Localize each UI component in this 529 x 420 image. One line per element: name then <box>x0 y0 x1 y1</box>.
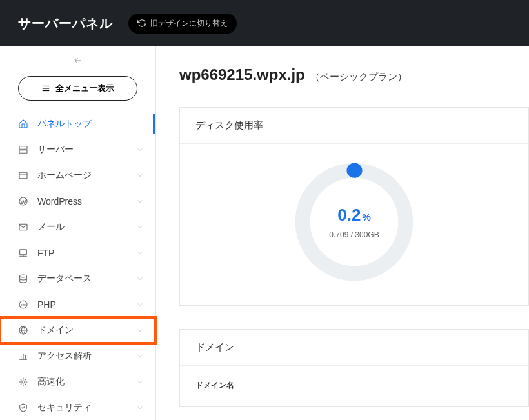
chart-icon <box>18 351 28 361</box>
domain-name: wp669215.wpx.jp <box>179 66 305 84</box>
sidebar: 全メニュー表示 パネルトップサーバーホームページWordPressメールFTPデ… <box>0 46 156 420</box>
mail-icon <box>18 222 28 232</box>
domain-card-title: ドメイン <box>180 330 528 366</box>
back-arrow-button[interactable] <box>0 46 155 72</box>
chevron-down-icon <box>136 146 144 154</box>
globe-icon <box>18 325 28 335</box>
php-icon: php <box>18 299 28 310</box>
sidebar-item-label: パネルトップ <box>37 118 144 130</box>
window-icon <box>18 170 28 181</box>
chevron-down-icon <box>136 275 144 283</box>
menu-icon <box>41 84 50 93</box>
shield-icon <box>18 403 28 413</box>
disk-usage-chart: 0.2 % 0.709 / 300GB <box>286 154 422 290</box>
server-icon <box>18 145 28 155</box>
disk-usage-detail: 0.709 / 300GB <box>329 230 379 239</box>
svg-rect-11 <box>20 250 27 255</box>
sidebar-item-server[interactable]: サーバー <box>0 137 155 163</box>
sidebar-item-label: アクセス解析 <box>37 350 136 362</box>
chevron-down-icon <box>136 378 144 386</box>
theme-toggle-button[interactable]: 旧デザインに切り替え <box>128 14 237 34</box>
all-menu-label: 全メニュー表示 <box>55 83 114 94</box>
sidebar-item-mail[interactable]: メール <box>0 214 155 240</box>
arrow-left-icon <box>73 55 83 66</box>
ftp-icon <box>18 248 28 258</box>
db-icon <box>18 274 28 284</box>
chevron-down-icon <box>136 249 144 257</box>
sidebar-item-speed[interactable]: 高速化 <box>0 369 155 395</box>
chevron-down-icon <box>136 223 144 231</box>
disk-usage-percent: 0.2 % <box>337 205 371 225</box>
chevron-down-icon <box>136 352 144 360</box>
svg-rect-7 <box>19 172 27 178</box>
chevron-down-icon <box>136 404 144 412</box>
disk-usage-card: ディスク使用率 0.2 % 0.709 / 300GB <box>179 107 529 306</box>
sidebar-item-db[interactable]: データベース <box>0 266 155 292</box>
sidebar-item-label: データベース <box>37 273 136 285</box>
disk-usage-title: ディスク使用率 <box>180 108 528 144</box>
sidebar-item-chart[interactable]: アクセス解析 <box>0 343 155 369</box>
sidebar-item-label: サーバー <box>37 144 136 155</box>
sidebar-menu: パネルトップサーバーホームページWordPressメールFTPデータベースphp… <box>0 111 155 420</box>
page-title: wp669215.wpx.jp （ベーシックプラン） <box>179 66 529 84</box>
app-title: サーバーパネル <box>18 15 113 32</box>
svg-point-14 <box>20 275 27 277</box>
home-icon <box>18 119 28 129</box>
main-content: wp669215.wpx.jp （ベーシックプラン） ディスク使用率 0.2 % <box>156 46 529 420</box>
sidebar-item-label: ドメイン <box>37 325 136 336</box>
all-menu-button[interactable]: 全メニュー表示 <box>18 76 137 101</box>
sidebar-item-label: FTP <box>37 248 136 258</box>
sidebar-item-label: セキュリティ <box>37 402 136 414</box>
sidebar-item-globe[interactable]: ドメイン <box>0 317 155 343</box>
sidebar-item-label: WordPress <box>37 196 136 206</box>
sidebar-item-ftp[interactable]: FTP <box>0 240 155 266</box>
sidebar-item-php[interactable]: phpPHP <box>0 292 155 317</box>
chevron-down-icon <box>136 326 144 334</box>
domain-card: ドメイン ドメイン名 <box>179 329 529 407</box>
app-header: サーバーパネル 旧デザインに切り替え <box>0 0 529 46</box>
svg-rect-10 <box>19 224 27 230</box>
chevron-down-icon <box>136 301 144 308</box>
sidebar-item-home[interactable]: パネルトップ <box>0 111 155 137</box>
sidebar-item-label: 高速化 <box>37 376 136 388</box>
svg-rect-3 <box>19 146 27 150</box>
chevron-down-icon <box>136 172 144 179</box>
sidebar-item-window[interactable]: ホームページ <box>0 163 155 188</box>
sidebar-item-shield[interactable]: セキュリティ <box>0 395 155 420</box>
sidebar-item-label: メール <box>37 221 136 233</box>
svg-text:php: php <box>21 303 26 306</box>
refresh-icon <box>137 19 146 28</box>
sidebar-item-label: ホームページ <box>37 170 136 181</box>
chevron-down-icon <box>136 197 144 205</box>
sidebar-item-wp[interactable]: WordPress <box>0 188 155 214</box>
speed-icon <box>18 377 28 387</box>
svg-rect-4 <box>19 150 27 154</box>
wp-icon <box>18 196 28 206</box>
svg-point-22 <box>22 381 25 383</box>
domain-column-header: ドメイン名 <box>195 380 513 391</box>
plan-name: （ベーシックプラン） <box>310 71 407 83</box>
theme-toggle-label: 旧デザインに切り替え <box>150 18 228 29</box>
sidebar-item-label: PHP <box>37 299 136 310</box>
